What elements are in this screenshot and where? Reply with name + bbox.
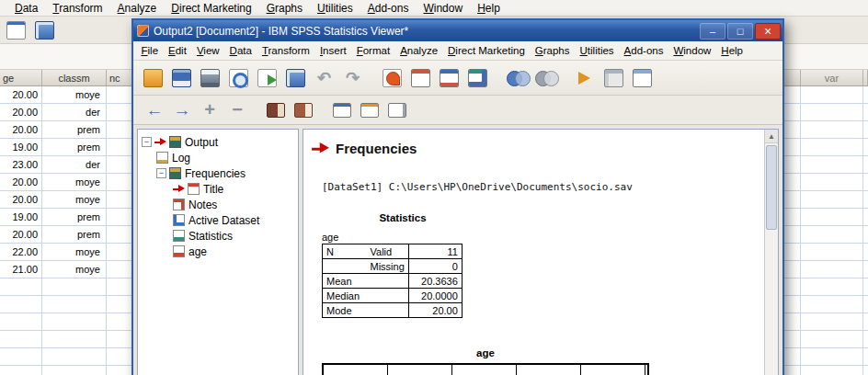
column-header-var[interactable]: var <box>801 70 863 85</box>
viewer-menu-direct-marketing[interactable]: Direct Marketing <box>443 45 531 56</box>
viewer-menu-transform[interactable]: Transform <box>257 45 314 56</box>
cell-extra[interactable] <box>107 209 134 225</box>
cell-empty[interactable] <box>863 313 868 330</box>
editor-menu-utilities[interactable]: Utilities <box>310 2 360 15</box>
print-preview-icon[interactable] <box>225 65 252 91</box>
cell-empty[interactable] <box>801 278 863 295</box>
insert-heading-icon[interactable] <box>329 99 355 121</box>
insert-title-icon[interactable] <box>357 99 383 121</box>
outline-item-title[interactable]: Title <box>138 181 298 197</box>
cell-empty[interactable] <box>863 296 868 312</box>
cell-empty[interactable] <box>801 191 863 208</box>
cell-age[interactable]: 23.00 <box>0 156 42 173</box>
hide-book-icon[interactable] <box>291 99 316 121</box>
statistics-table-block[interactable]: Statistics age NValid11Missing0Mean20.36… <box>322 212 484 318</box>
cell-empty[interactable] <box>801 313 863 330</box>
cell-empty[interactable] <box>863 209 868 225</box>
cell-age[interactable]: 20.00 <box>0 226 42 243</box>
find-icon[interactable] <box>379 65 405 91</box>
editor-menu-graphs[interactable]: Graphs <box>259 2 310 15</box>
cell-empty[interactable] <box>784 261 801 278</box>
cell-classm[interactable]: moye <box>42 86 107 103</box>
cell-empty[interactable] <box>784 86 801 103</box>
outline-item-output[interactable]: −Output <box>138 134 298 150</box>
cell-classm[interactable]: prem <box>42 226 107 243</box>
cell-empty[interactable] <box>863 244 868 260</box>
cell-empty[interactable] <box>863 331 868 347</box>
column-header-empty[interactable] <box>784 70 801 85</box>
save-icon[interactable] <box>168 65 195 91</box>
cell-empty[interactable] <box>784 121 801 138</box>
cell-classm[interactable]: prem <box>42 121 107 138</box>
cell-empty[interactable] <box>801 121 863 138</box>
cell-empty[interactable] <box>801 139 863 155</box>
cell-extra[interactable] <box>107 121 134 138</box>
outline-item-log[interactable]: Log <box>138 150 298 165</box>
cell-extra[interactable] <box>107 348 134 365</box>
cell-extra[interactable] <box>107 139 134 155</box>
cell-empty[interactable] <box>801 331 863 347</box>
scrollbar-thumb[interactable] <box>766 145 777 230</box>
cell-classm[interactable]: moye <box>42 244 107 260</box>
insert-chart-icon[interactable] <box>464 65 491 91</box>
cell-empty[interactable] <box>863 86 868 103</box>
export-icon[interactable] <box>254 65 280 91</box>
viewer-menu-add-ons[interactable]: Add-ons <box>619 45 668 56</box>
close-button[interactable]: × <box>755 23 781 40</box>
cell-empty[interactable] <box>784 226 801 243</box>
cell-classm[interactable] <box>42 348 107 365</box>
cell-empty[interactable] <box>863 121 868 138</box>
goto-case-icon[interactable] <box>436 65 463 91</box>
cell-empty[interactable] <box>784 313 801 330</box>
insert-text-icon[interactable] <box>384 99 410 121</box>
previous-icon[interactable] <box>142 99 167 121</box>
open-icon[interactable] <box>140 65 166 91</box>
minimize-button[interactable]: – <box>700 23 725 40</box>
cell-empty[interactable] <box>801 261 863 278</box>
cell-age[interactable]: 20.00 <box>0 121 42 138</box>
cell-empty[interactable] <box>801 174 863 190</box>
viewer-menu-insert[interactable]: Insert <box>314 45 351 56</box>
output-scrollbar[interactable]: ▲ <box>764 130 778 375</box>
cell-extra[interactable] <box>107 191 134 208</box>
document-icon[interactable] <box>3 17 29 43</box>
scrollbar-up-icon[interactable]: ▲ <box>765 130 778 143</box>
cell-empty[interactable] <box>863 156 868 173</box>
cell-classm[interactable] <box>42 313 107 330</box>
viewer-menu-edit[interactable]: Edit <box>164 45 192 56</box>
cell-age[interactable] <box>0 313 42 330</box>
cell-empty[interactable] <box>801 366 863 375</box>
cell-classm[interactable] <box>42 366 107 375</box>
cell-classm[interactable]: prem <box>42 209 107 225</box>
editor-menu-transform[interactable]: Transform <box>45 2 109 15</box>
next-icon[interactable] <box>169 99 195 121</box>
cell-empty[interactable] <box>801 348 863 365</box>
cell-empty[interactable] <box>801 209 863 225</box>
cell-extra[interactable] <box>107 261 134 278</box>
column-header-classm[interactable]: classm <box>42 70 107 85</box>
cell-empty[interactable] <box>784 191 801 208</box>
cell-age[interactable]: 20.00 <box>0 191 42 208</box>
cell-empty[interactable] <box>784 366 801 375</box>
cell-extra[interactable] <box>107 226 134 243</box>
cell-classm[interactable]: moye <box>42 191 107 208</box>
outline-item-age[interactable]: age <box>138 244 298 259</box>
dialog-recall-icon[interactable] <box>31 17 58 43</box>
cell-empty[interactable] <box>801 104 863 120</box>
cell-extra[interactable] <box>107 104 134 120</box>
pivot-table-icon[interactable] <box>600 65 627 91</box>
cell-extra[interactable] <box>107 331 134 347</box>
undo-icon[interactable] <box>311 65 337 91</box>
cell-empty[interactable] <box>784 156 801 173</box>
cell-empty[interactable] <box>784 244 801 260</box>
cell-age[interactable] <box>0 331 42 347</box>
cell-classm[interactable] <box>42 296 107 312</box>
cell-age[interactable]: 19.00 <box>0 139 42 155</box>
cell-empty[interactable] <box>784 104 801 120</box>
cell-classm[interactable]: moye <box>42 174 107 190</box>
cell-classm[interactable]: moye <box>42 261 107 278</box>
venn-blue-icon[interactable] <box>504 65 531 91</box>
viewer-menu-help[interactable]: Help <box>716 45 748 56</box>
column-header-age[interactable]: ge <box>0 70 42 85</box>
goto-data-icon[interactable] <box>407 65 434 91</box>
